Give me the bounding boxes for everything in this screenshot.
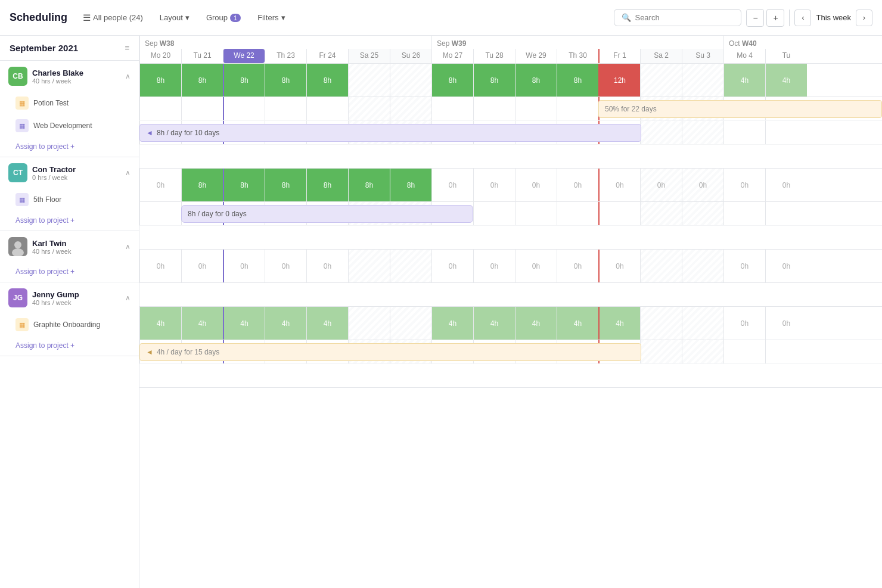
charles-th30: 8h — [557, 64, 598, 97]
project-icon-potion: ▦ — [15, 97, 29, 110]
jenny-hours-row: 4h 4h 4h 4h 4h 4h 4h 4h 4h 4h 0h 0h — [139, 307, 882, 340]
ct-fr1: 0h — [598, 169, 640, 201]
day-headers-w39: Mo 27 Tu 28 We 29 Th 30 Fr 1 Sa 2 Su 3 — [431, 49, 723, 63]
ct-tu21: 8h — [181, 169, 223, 201]
assign-row-karl: Assign to project + — [0, 262, 139, 282]
assign-project-button-karl[interactable]: Assign to project + — [15, 267, 74, 276]
layout-chevron-icon: ▾ — [185, 13, 190, 22]
5thfloor-bar-row: 8h / day for 0 days — [139, 202, 882, 226]
svg-point-1 — [12, 248, 24, 256]
kt-mo27: 0h — [431, 250, 473, 282]
zoom-out-button[interactable]: − — [746, 9, 764, 27]
p-fr24 — [306, 97, 348, 120]
person-section-con: CT Con Tractor 0 hrs / week ∧ ▦ 5th Floo… — [0, 157, 139, 231]
jenny-assign-row — [139, 364, 882, 388]
chevron-karl[interactable]: ∧ — [125, 242, 131, 251]
chevron-jenny[interactable]: ∧ — [125, 294, 131, 302]
day-sa25: Sa 25 — [348, 49, 390, 63]
jg-fr24: 4h — [306, 307, 348, 340]
kt-fr1: 0h — [598, 250, 640, 282]
day-su26: Su 26 — [390, 49, 431, 63]
charles-assign-spacer — [139, 145, 882, 168]
prev-week-button[interactable]: ‹ — [794, 10, 811, 26]
search-box: 🔍 — [614, 9, 741, 26]
charles-mo4: 4h — [723, 64, 765, 97]
p-we29 — [515, 97, 557, 120]
5thfloor-bar[interactable]: 8h / day for 0 days — [181, 205, 473, 223]
kt-fr24: 0h — [306, 250, 348, 282]
avatar-jenny: JG — [8, 288, 27, 307]
charles-sa2 — [640, 64, 682, 97]
person-info-charles: Charles Blake 40 hrs / week — [32, 69, 120, 85]
potion-test-bar[interactable]: 50% for 22 days — [598, 100, 882, 118]
left-panel: September 2021 ≡ CB Charles Blake 40 hrs… — [0, 36, 139, 588]
charles-su26 — [390, 64, 431, 97]
person-name-charles: Charles Blake — [32, 69, 120, 77]
week-label-w40: Oct W40 — [723, 36, 807, 49]
assign-project-button-jenny[interactable]: Assign to project + — [15, 341, 74, 350]
kt-we29: 0h — [515, 250, 557, 282]
main-container: September 2021 ≡ CB Charles Blake 40 hrs… — [0, 36, 882, 588]
project-name-graphite: Graphite Onboarding — [33, 321, 100, 329]
ct-mo4: 0h — [723, 169, 765, 201]
assign-project-button-con[interactable]: Assign to project + — [15, 216, 74, 225]
webdev-bar-arrow: ◄ — [146, 129, 153, 137]
kt-th30: 0h — [557, 250, 598, 282]
charles-fr24: 8h — [306, 64, 348, 97]
ct-we29: 0h — [515, 169, 557, 201]
ct-su26: 8h — [390, 169, 431, 201]
kt-su26 — [390, 250, 431, 282]
calendar-inner: Sep W38 Mo 20 Tu 21 We 22 Th 23 Fr 24 Sa… — [139, 36, 882, 388]
jg-mo27: 4h — [431, 307, 473, 340]
avatar-con: CT — [8, 163, 27, 182]
webdev-bar[interactable]: ◄ 8h / day for 10 days — [139, 124, 641, 142]
p-we22 — [223, 97, 265, 120]
person-rate-con: 0 hrs / week — [32, 174, 120, 181]
day-fr24: Fr 24 — [306, 49, 348, 63]
project-row-potion: ▦ Potion Test — [0, 92, 139, 114]
collapse-icon[interactable]: ≡ — [125, 43, 129, 52]
chevron-charles[interactable]: ∧ — [125, 72, 131, 80]
ct-mo27: 0h — [431, 169, 473, 201]
ff-mo4 — [723, 202, 765, 225]
person-rate-jenny: 40 hrs / week — [32, 299, 120, 306]
project-icon-graphite: ▦ — [15, 318, 29, 331]
svg-point-0 — [14, 241, 21, 248]
jg-sa2 — [640, 307, 682, 340]
filters-label: Filters — [257, 13, 278, 22]
potion-bar-text: 50% for 22 days — [605, 105, 657, 113]
zoom-in-button[interactable]: + — [766, 9, 784, 27]
next-week-button[interactable]: › — [856, 10, 872, 26]
jg-fr1: 4h — [598, 307, 640, 340]
all-people-label: All people (24) — [93, 13, 143, 22]
assign-project-button-charles[interactable]: Assign to project + — [15, 142, 74, 151]
day-mo27: Mo 27 — [431, 49, 473, 63]
calendar-area: Sep W38 Mo 20 Tu 21 We 22 Th 23 Fr 24 Sa… — [139, 36, 882, 588]
day-headers-w40: Mo 4 Tu — [723, 49, 807, 63]
week-w39: Sep W39 Mo 27 Tu 28 We 29 Th 30 Fr 1 Sa … — [431, 36, 723, 63]
charles-hours-row: 8h 8h 8h 8h 8h 8h 8h 8h 8h — [139, 64, 882, 97]
charles-mo20: 8h — [139, 64, 181, 97]
charles-tu28: 8h — [473, 64, 515, 97]
ct-fr24: 8h — [306, 169, 348, 201]
current-week-label: This week — [816, 13, 851, 22]
layout-button[interactable]: Layout ▾ — [154, 10, 195, 26]
avatar-karl — [8, 237, 27, 256]
potion-bar-row: 50% for 22 days — [139, 97, 882, 121]
jg-sa25 — [348, 307, 390, 340]
graphite-bar[interactable]: ◄ 4h / day for 15 days — [139, 343, 641, 361]
search-area: 🔍 − + ‹ This week › — [614, 9, 872, 27]
all-people-button[interactable]: ☰ All people (24) — [77, 9, 149, 27]
search-input[interactable] — [635, 13, 734, 22]
jg-we22: 4h — [223, 307, 265, 340]
group-button[interactable]: Group 1 — [200, 10, 247, 26]
filters-button[interactable]: Filters ▾ — [251, 10, 291, 26]
p-tu21 — [181, 97, 223, 120]
person-section-karl: Karl Twin 40 hrs / week ∧ Assign to proj… — [0, 231, 139, 282]
week-navigation: ‹ This week › — [794, 10, 872, 26]
5thfloor-bar-text: 8h / day for 0 days — [188, 210, 247, 218]
zoom-controls: − + — [746, 9, 784, 27]
chevron-con[interactable]: ∧ — [125, 169, 131, 177]
day-mo20: Mo 20 — [139, 49, 181, 63]
con-assign-row — [139, 226, 882, 250]
